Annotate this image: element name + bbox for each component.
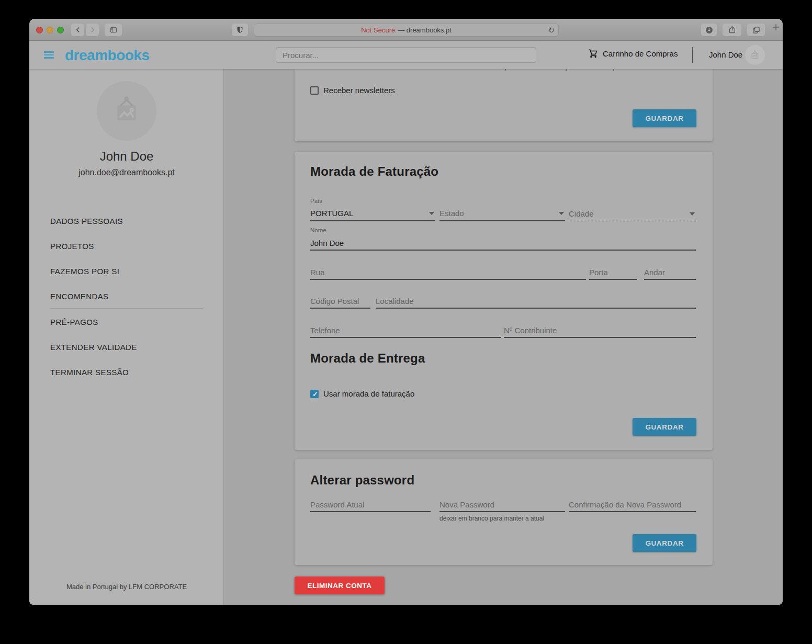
- floor-field: [644, 261, 696, 280]
- image-placeholder-icon: [110, 95, 143, 127]
- profile-avatar[interactable]: [97, 81, 156, 141]
- country-value: PORTUGAL: [310, 209, 353, 218]
- address-bar[interactable]: Not Secure — dreambooks.pt ↻: [254, 24, 559, 37]
- newsletter-checkbox[interactable]: [310, 86, 319, 95]
- shipping-title: Morada de Entrega: [310, 351, 425, 366]
- new-tab-button[interactable]: +: [772, 21, 780, 33]
- change-password-card: Alterar password deixar em branco para m…: [295, 459, 713, 565]
- url-text: — dreambooks.pt: [398, 26, 452, 34]
- use-billing-label: Usar morada de faturação: [323, 389, 414, 398]
- header-user-name[interactable]: John Doe: [709, 50, 742, 59]
- image-placeholder-icon: [750, 50, 760, 60]
- main-content: para envio de notificações e comunicaçõe…: [224, 69, 783, 605]
- current-password-input[interactable]: [310, 498, 431, 511]
- share-button[interactable]: [723, 24, 741, 36]
- save-button[interactable]: GUARDAR: [633, 418, 696, 436]
- confirm-password-field: [569, 493, 696, 512]
- locality-input[interactable]: [376, 294, 696, 308]
- phone-input[interactable]: [310, 323, 501, 337]
- new-password-field: [439, 493, 565, 512]
- confirm-password-input[interactable]: [569, 498, 696, 511]
- use-billing-checkbox-row[interactable]: Usar morada de faturação: [310, 389, 414, 398]
- minimize-window-button[interactable]: [47, 27, 53, 33]
- sidebar-divider: [50, 308, 203, 309]
- profile-email: john.doe@dreambooks.pt: [29, 168, 224, 177]
- vat-input[interactable]: [504, 323, 696, 337]
- site-header: dreambooks Carrinho de Compras John Doe: [29, 41, 783, 69]
- street-field: [310, 261, 586, 280]
- reload-icon[interactable]: ↻: [548, 26, 555, 35]
- locality-field: [376, 290, 696, 309]
- downloads-button[interactable]: [701, 24, 717, 36]
- current-password-field: [310, 493, 431, 512]
- notifications-card: para envio de notificações e comunicaçõe…: [295, 69, 713, 141]
- chevron-down-icon: [559, 212, 564, 215]
- door-field: [589, 261, 637, 280]
- header-avatar[interactable]: [745, 45, 765, 65]
- sidebar-footer-text: Made in Portugal by LFM CORPORATE: [29, 583, 224, 591]
- street-input[interactable]: [310, 265, 586, 279]
- phone-field: [310, 319, 501, 338]
- newsletter-checkbox-row[interactable]: Receber newsletters: [310, 86, 395, 95]
- vat-field: [504, 319, 696, 338]
- country-select[interactable]: País PORTUGAL: [310, 198, 435, 221]
- name-field: Nome: [310, 227, 696, 251]
- sidebar-toggle-button[interactable]: [105, 24, 122, 36]
- city-select[interactable]: Cidade: [569, 198, 696, 221]
- browser-window: Not Secure — dreambooks.pt ↻ + dreambook…: [29, 19, 783, 605]
- share-icon: [728, 25, 737, 35]
- cart-label: Carrinho de Compras: [603, 49, 678, 58]
- new-password-input[interactable]: [439, 498, 565, 511]
- profile-name: John Doe: [29, 149, 224, 164]
- door-input[interactable]: [589, 265, 637, 279]
- zip-input[interactable]: [310, 294, 370, 308]
- name-label: Nome: [310, 227, 326, 233]
- chevron-down-icon: [429, 212, 434, 215]
- close-window-button[interactable]: [36, 27, 43, 33]
- country-label: País: [310, 198, 322, 204]
- save-button[interactable]: GUARDAR: [633, 534, 696, 552]
- forward-button[interactable]: [86, 24, 99, 36]
- sidebar-item-extender-validade[interactable]: EXTENDER VALIDADE: [50, 343, 203, 352]
- billing-address-card: Morada de Faturação País PORTUGAL Estado…: [295, 152, 713, 450]
- city-placeholder: Cidade: [569, 209, 594, 218]
- billing-title: Morada de Faturação: [310, 164, 438, 179]
- chevron-down-icon: [690, 212, 695, 216]
- sidebar-item-dados-pessoais[interactable]: DADOS PESSOAIS: [50, 217, 203, 225]
- header-divider: [692, 47, 693, 63]
- cart-button[interactable]: Carrinho de Compras: [588, 48, 678, 59]
- use-billing-checkbox[interactable]: [310, 390, 319, 398]
- chevron-right-icon: [88, 26, 97, 34]
- floor-input[interactable]: [644, 265, 696, 279]
- state-select[interactable]: Estado: [439, 198, 565, 221]
- browser-toolbar: Not Secure — dreambooks.pt ↻ +: [29, 19, 783, 41]
- zoom-window-button[interactable]: [57, 27, 64, 33]
- sidebar-icon: [109, 26, 118, 34]
- account-sidebar: John Doe john.doe@dreambooks.pt DADOS PE…: [29, 69, 224, 605]
- sidebar-item-fazemos-por-si[interactable]: FAZEMOS POR SI: [50, 267, 203, 276]
- password-helper-text: deixar em branco para manter a atual: [439, 515, 544, 522]
- sidebar-item-projetos[interactable]: PROJETOS: [50, 242, 203, 251]
- tabs-icon: [752, 26, 761, 35]
- not-secure-label: Not Secure: [361, 26, 395, 34]
- notifications-helper-text: para envio de notificações e comunicaçõe…: [505, 69, 625, 71]
- privacy-report-button[interactable]: [232, 24, 248, 36]
- zip-field: [310, 290, 370, 309]
- password-title: Alterar password: [310, 473, 414, 488]
- site-logo[interactable]: dreambooks: [65, 47, 150, 64]
- sidebar-item-terminar-sessao[interactable]: TERMINAR SESSÃO: [50, 368, 203, 377]
- delete-account-button[interactable]: ELIMINAR CONTA: [295, 577, 385, 594]
- state-placeholder: Estado: [439, 209, 464, 218]
- sidebar-item-encomendas[interactable]: ENCOMENDAS: [50, 292, 203, 301]
- menu-icon[interactable]: [44, 51, 54, 59]
- back-button[interactable]: [71, 24, 84, 36]
- sidebar-item-pre-pagos[interactable]: PRÉ-PAGOS: [50, 318, 203, 326]
- tab-overview-button[interactable]: [747, 24, 765, 36]
- chevron-left-icon: [74, 26, 82, 34]
- name-input[interactable]: [310, 236, 696, 250]
- download-icon: [705, 26, 714, 35]
- search-input[interactable]: [276, 47, 536, 63]
- save-button[interactable]: GUARDAR: [633, 109, 696, 127]
- shield-icon: [236, 26, 244, 34]
- cart-icon: [588, 48, 599, 59]
